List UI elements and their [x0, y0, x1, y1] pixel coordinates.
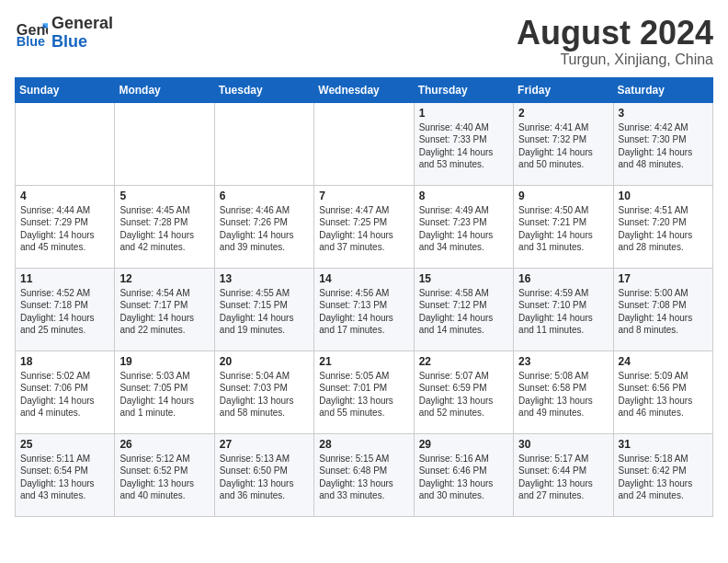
calendar-cell: 19Sunrise: 5:03 AM Sunset: 7:05 PM Dayli…	[115, 350, 214, 433]
day-info: Sunrise: 4:47 AM Sunset: 7:25 PM Dayligh…	[319, 204, 408, 254]
calendar-cell: 26Sunrise: 5:12 AM Sunset: 6:52 PM Dayli…	[115, 433, 214, 516]
day-info: Sunrise: 4:42 AM Sunset: 7:30 PM Dayligh…	[619, 121, 708, 171]
day-number: 29	[419, 438, 508, 451]
header-wednesday: Wednesday	[314, 77, 414, 102]
day-number: 20	[220, 355, 309, 368]
calendar-week-row: 1Sunrise: 4:40 AM Sunset: 7:33 PM Daylig…	[16, 102, 713, 185]
day-info: Sunrise: 4:52 AM Sunset: 7:18 PM Dayligh…	[20, 287, 109, 337]
day-number: 31	[619, 438, 708, 451]
calendar-week-row: 4Sunrise: 4:44 AM Sunset: 7:29 PM Daylig…	[16, 185, 713, 268]
day-info: Sunrise: 5:12 AM Sunset: 6:52 PM Dayligh…	[119, 453, 209, 502]
day-info: Sunrise: 4:51 AM Sunset: 7:20 PM Dayligh…	[619, 204, 708, 254]
day-number: 26	[119, 438, 209, 451]
day-number: 1	[419, 107, 508, 120]
calendar-cell: 20Sunrise: 5:04 AM Sunset: 7:03 PM Dayli…	[214, 350, 313, 433]
day-number: 14	[319, 272, 408, 285]
main-title: August 2024	[517, 15, 713, 52]
header-tuesday: Tuesday	[214, 77, 313, 102]
calendar-cell: 28Sunrise: 5:15 AM Sunset: 6:48 PM Dayli…	[314, 433, 414, 516]
calendar-cell	[314, 102, 414, 185]
day-info: Sunrise: 4:54 AM Sunset: 7:17 PM Dayligh…	[119, 287, 209, 337]
logo-text: General Blue	[51, 15, 113, 52]
day-info: Sunrise: 5:11 AM Sunset: 6:54 PM Dayligh…	[20, 453, 109, 502]
day-number: 16	[518, 272, 608, 285]
day-info: Sunrise: 4:44 AM Sunset: 7:29 PM Dayligh…	[20, 204, 109, 254]
subtitle: Turgun, Xinjiang, China	[517, 52, 713, 68]
day-number: 30	[518, 438, 608, 451]
calendar-cell: 22Sunrise: 5:07 AM Sunset: 6:59 PM Dayli…	[414, 350, 513, 433]
calendar-cell: 10Sunrise: 4:51 AM Sunset: 7:20 PM Dayli…	[613, 185, 712, 268]
day-info: Sunrise: 4:56 AM Sunset: 7:13 PM Dayligh…	[319, 287, 408, 337]
day-info: Sunrise: 4:45 AM Sunset: 7:28 PM Dayligh…	[119, 204, 209, 254]
calendar-cell: 17Sunrise: 5:00 AM Sunset: 7:08 PM Dayli…	[613, 268, 712, 350]
day-info: Sunrise: 4:55 AM Sunset: 7:15 PM Dayligh…	[220, 287, 309, 337]
day-number: 15	[419, 272, 508, 285]
day-number: 5	[119, 190, 209, 202]
calendar-cell: 29Sunrise: 5:16 AM Sunset: 6:46 PM Dayli…	[414, 433, 513, 516]
header-sunday: Sunday	[16, 77, 115, 102]
header-monday: Monday	[115, 77, 214, 102]
calendar-cell: 23Sunrise: 5:08 AM Sunset: 6:58 PM Dayli…	[514, 350, 613, 433]
day-info: Sunrise: 5:05 AM Sunset: 7:01 PM Dayligh…	[319, 370, 408, 419]
calendar-cell: 31Sunrise: 5:18 AM Sunset: 6:42 PM Dayli…	[613, 433, 712, 516]
header-thursday: Thursday	[414, 77, 513, 102]
day-info: Sunrise: 4:49 AM Sunset: 7:23 PM Dayligh…	[419, 204, 508, 254]
calendar-cell: 16Sunrise: 4:59 AM Sunset: 7:10 PM Dayli…	[514, 268, 613, 350]
day-number: 12	[119, 272, 209, 285]
day-number: 22	[419, 355, 508, 368]
day-number: 8	[419, 190, 508, 202]
page-header: General Blue General Blue August 2024 Tu…	[15, 15, 713, 68]
calendar-cell: 5Sunrise: 4:45 AM Sunset: 7:28 PM Daylig…	[115, 185, 214, 268]
calendar-cell	[16, 102, 115, 185]
day-number: 6	[220, 190, 309, 202]
calendar-week-row: 11Sunrise: 4:52 AM Sunset: 7:18 PM Dayli…	[16, 268, 713, 350]
day-number: 27	[220, 438, 309, 451]
calendar-cell: 4Sunrise: 4:44 AM Sunset: 7:29 PM Daylig…	[16, 185, 115, 268]
day-info: Sunrise: 4:46 AM Sunset: 7:26 PM Dayligh…	[220, 204, 309, 254]
day-number: 18	[20, 355, 109, 368]
header-friday: Friday	[514, 77, 613, 102]
calendar-cell	[115, 102, 214, 185]
calendar-cell: 2Sunrise: 4:41 AM Sunset: 7:32 PM Daylig…	[514, 102, 613, 185]
day-number: 3	[619, 107, 708, 120]
calendar-cell: 1Sunrise: 4:40 AM Sunset: 7:33 PM Daylig…	[414, 102, 513, 185]
day-number: 7	[319, 190, 408, 202]
logo: General Blue General Blue	[15, 15, 113, 52]
calendar-header-row: Sunday Monday Tuesday Wednesday Thursday…	[16, 77, 713, 102]
calendar-cell: 9Sunrise: 4:50 AM Sunset: 7:21 PM Daylig…	[514, 185, 613, 268]
day-info: Sunrise: 5:04 AM Sunset: 7:03 PM Dayligh…	[220, 370, 309, 419]
calendar-cell: 7Sunrise: 4:47 AM Sunset: 7:25 PM Daylig…	[314, 185, 414, 268]
calendar-cell: 30Sunrise: 5:17 AM Sunset: 6:44 PM Dayli…	[514, 433, 613, 516]
day-info: Sunrise: 5:00 AM Sunset: 7:08 PM Dayligh…	[619, 287, 708, 337]
day-number: 9	[518, 190, 608, 202]
logo-icon: General Blue	[15, 17, 48, 50]
title-block: August 2024 Turgun, Xinjiang, China	[517, 15, 713, 68]
day-info: Sunrise: 4:40 AM Sunset: 7:33 PM Dayligh…	[419, 121, 508, 171]
day-number: 25	[20, 438, 109, 451]
calendar-table: Sunday Monday Tuesday Wednesday Thursday…	[15, 77, 713, 517]
day-number: 21	[319, 355, 408, 368]
day-number: 10	[619, 190, 708, 202]
calendar-cell: 27Sunrise: 5:13 AM Sunset: 6:50 PM Dayli…	[214, 433, 313, 516]
day-number: 23	[518, 355, 608, 368]
svg-text:Blue: Blue	[17, 34, 45, 49]
day-number: 2	[518, 107, 608, 120]
calendar-cell: 15Sunrise: 4:58 AM Sunset: 7:12 PM Dayli…	[414, 268, 513, 350]
day-info: Sunrise: 4:50 AM Sunset: 7:21 PM Dayligh…	[518, 204, 608, 254]
calendar-cell: 8Sunrise: 4:49 AM Sunset: 7:23 PM Daylig…	[414, 185, 513, 268]
day-info: Sunrise: 4:41 AM Sunset: 7:32 PM Dayligh…	[518, 121, 608, 171]
day-info: Sunrise: 5:18 AM Sunset: 6:42 PM Dayligh…	[619, 453, 708, 502]
day-info: Sunrise: 5:08 AM Sunset: 6:58 PM Dayligh…	[518, 370, 608, 419]
page-container: General Blue General Blue August 2024 Tu…	[15, 15, 713, 517]
calendar-cell: 3Sunrise: 4:42 AM Sunset: 7:30 PM Daylig…	[613, 102, 712, 185]
calendar-week-row: 25Sunrise: 5:11 AM Sunset: 6:54 PM Dayli…	[16, 433, 713, 516]
calendar-week-row: 18Sunrise: 5:02 AM Sunset: 7:06 PM Dayli…	[16, 350, 713, 433]
day-info: Sunrise: 5:07 AM Sunset: 6:59 PM Dayligh…	[419, 370, 508, 419]
day-info: Sunrise: 5:09 AM Sunset: 6:56 PM Dayligh…	[619, 370, 708, 419]
day-number: 11	[20, 272, 109, 285]
header-saturday: Saturday	[613, 77, 712, 102]
calendar-cell: 13Sunrise: 4:55 AM Sunset: 7:15 PM Dayli…	[214, 268, 313, 350]
day-info: Sunrise: 5:02 AM Sunset: 7:06 PM Dayligh…	[20, 370, 109, 419]
calendar-cell: 12Sunrise: 4:54 AM Sunset: 7:17 PM Dayli…	[115, 268, 214, 350]
day-number: 4	[20, 190, 109, 202]
